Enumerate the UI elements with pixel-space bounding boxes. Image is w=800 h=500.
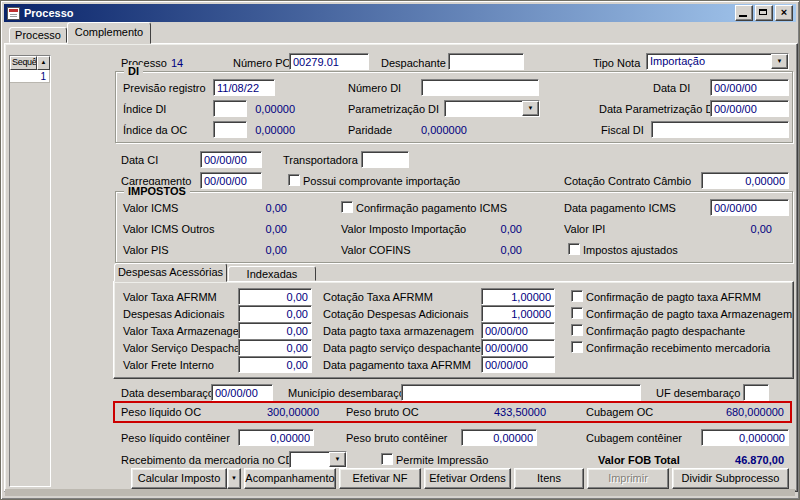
data-pagto-taxa-armazenagem-input[interactable] [481,322,555,339]
chevron-down-icon[interactable]: ▼ [771,54,788,69]
valor-imposto-importacao-label: Valor Imposto Importação [341,223,466,235]
data-pagamento-icms-input[interactable] [710,199,789,216]
tipo-nota-select[interactable]: Importação ▼ [646,53,789,70]
titlebar: Processo × [4,4,796,22]
conf-pagto-taxa-armazenagem-checkbox[interactable] [571,307,583,319]
chevron-down-icon[interactable]: ▼ [329,452,346,467]
data-parametrizacao-di-label: Data Parametrização DI [599,103,716,115]
indice-di-input[interactable] [213,100,247,117]
data-pagamento-icms-label: Data pagamento ICMS [564,202,676,214]
parametrizacao-di-value [445,101,522,116]
tab-despesas-acessorias[interactable]: Despesas Acessórias [114,263,227,282]
previsao-registro-input[interactable] [213,79,275,96]
dividir-subprocesso-button[interactable]: Dividir Subprocesso [672,468,789,489]
acompanhamento-button[interactable]: Acompanhamento [244,468,336,489]
possui-comprovante-label: Possui comprovante importação [303,175,460,187]
paridade-label: Paridade [348,124,392,136]
uf-desembaraco-label: UF desembaraço [656,387,740,399]
imprimir-button: Imprimir [587,468,669,489]
cubagem-conteiner-label: Cubagem contêiner [586,432,682,444]
processo-window: Processo × Processo Complemento Sequênci… [0,0,800,500]
numero-di-input[interactable] [421,79,539,96]
previsao-registro-label: Previsão registro [123,82,206,94]
itens-button[interactable]: Itens [514,468,584,489]
sequencia-column-header: Sequência [10,56,37,70]
numero-po-label: Número PO [233,57,291,69]
minimize-button[interactable] [735,5,753,21]
indice-oc-input[interactable] [213,121,247,138]
conf-pagamento-icms-label: Confirmação pagamento ICMS [356,202,507,214]
efetivar-nf-button[interactable]: Efetivar NF [339,468,421,489]
peso-liquido-oc-value: 300,00000 [231,406,319,418]
transportadora-input[interactable] [361,151,409,168]
valor-servico-despachante-input[interactable] [238,339,312,356]
cotacao-taxa-afrmm-input[interactable] [481,288,555,305]
scroll-up-button[interactable]: ▲ [37,56,50,70]
data-pagto-servico-despachante-input[interactable] [481,339,555,356]
close-button[interactable]: × [775,5,793,21]
recebimento-cd-select[interactable]: ▼ [289,451,347,468]
peso-bruto-oc-label: Peso bruto OC [346,406,419,418]
valor-fob-total-value: 46.870,00 [691,454,784,466]
conf-pagamento-icms-checkbox[interactable] [341,201,353,213]
fiscal-di-label: Fiscal DI [601,124,644,136]
tab-complemento[interactable]: Complemento [67,22,151,44]
efetivar-ordens-button[interactable]: Efetivar Ordens [424,468,511,489]
data-desembaraco-input[interactable] [211,384,273,401]
data-ci-input[interactable] [200,151,262,168]
data-pagamento-taxa-afrmm-input[interactable] [481,356,555,373]
data-pagto-taxa-armazenagem-label: Data pagto taxa armazenagem [323,325,474,337]
conf-pagto-taxa-armazenagem-label: Confirmação de pagto taxa Armazenagem [586,308,792,320]
valor-icms-value: 0,00 [231,202,287,214]
conf-recebimento-mercadoria-checkbox[interactable] [571,341,583,353]
conf-pagto-despachante-checkbox[interactable] [571,324,583,336]
sequencia-row-1[interactable]: 1 [10,70,50,83]
tab-processo[interactable]: Processo [9,27,67,43]
calcular-imposto-dropdown-button[interactable]: ▼ [227,468,241,489]
uf-desembaraco-input[interactable] [743,384,769,401]
data-parametrizacao-di-input[interactable] [710,100,789,117]
peso-liquido-conteiner-input[interactable] [238,429,314,446]
municipio-desembaraco-input[interactable] [401,384,641,401]
valor-fob-total-label: Valor FOB Total [598,454,680,466]
tab-indexadas[interactable]: Indexadas [228,266,316,281]
valor-icms-label: Valor ICMS [123,202,178,214]
indice-oc-label: Índice da OC [123,124,187,136]
cotacao-contrato-cambio-input[interactable] [701,172,789,189]
valor-taxa-armazenagem-label: Valor Taxa Armazenagem [123,325,248,337]
permite-impressao-label: Permite Impressão [396,454,488,466]
valor-frete-interno-input[interactable] [238,356,312,373]
conf-pagto-taxa-afrmm-checkbox[interactable] [571,290,583,302]
data-pagamento-taxa-afrmm-label: Data pagamento taxa AFRMM [323,359,471,371]
cotacao-despesas-adicionais-input[interactable] [481,305,555,322]
parametrizacao-di-select[interactable]: ▼ [444,100,540,117]
peso-bruto-conteiner-label: Peso bruto contêiner [346,432,448,444]
carregamento-input[interactable] [200,172,262,189]
chevron-down-icon[interactable]: ▼ [522,101,539,116]
valor-pis-value: 0,00 [231,244,287,256]
possui-comprovante-checkbox[interactable] [288,174,300,186]
parametrizacao-di-label: Parametrização DI [348,103,439,115]
fiscal-di-input[interactable] [651,121,789,138]
despesas-adicionais-input[interactable] [238,305,312,322]
valor-taxa-armazenagem-input[interactable] [238,322,312,339]
valor-taxa-afrmm-input[interactable] [238,288,312,305]
chevron-down-icon: ▼ [231,475,237,481]
data-desembaraco-label: Data desembaraço [121,387,214,399]
recebimento-cd-value [290,452,329,467]
recebimento-cd-label: Recebimento da mercadoria no CD [121,454,293,466]
despachante-input[interactable] [448,53,524,70]
valor-ipi-label: Valor IPI [564,223,605,235]
valor-cofins-label: Valor COFINS [341,244,410,256]
conf-pagto-taxa-afrmm-label: Confirmação de pagto taxa AFRMM [586,291,761,303]
valor-imposto-importacao-value: 0,00 [466,223,522,235]
calcular-imposto-button[interactable]: Calcular Imposto [131,468,227,489]
data-ci-label: Data CI [121,154,158,166]
data-di-input[interactable] [710,79,789,96]
impostos-ajustados-checkbox[interactable] [568,243,580,255]
peso-bruto-conteiner-input[interactable] [461,429,537,446]
permite-impressao-checkbox[interactable] [381,453,393,465]
maximize-button[interactable] [755,5,773,21]
cubagem-conteiner-input[interactable] [701,429,789,446]
numero-po-input[interactable] [289,53,369,70]
